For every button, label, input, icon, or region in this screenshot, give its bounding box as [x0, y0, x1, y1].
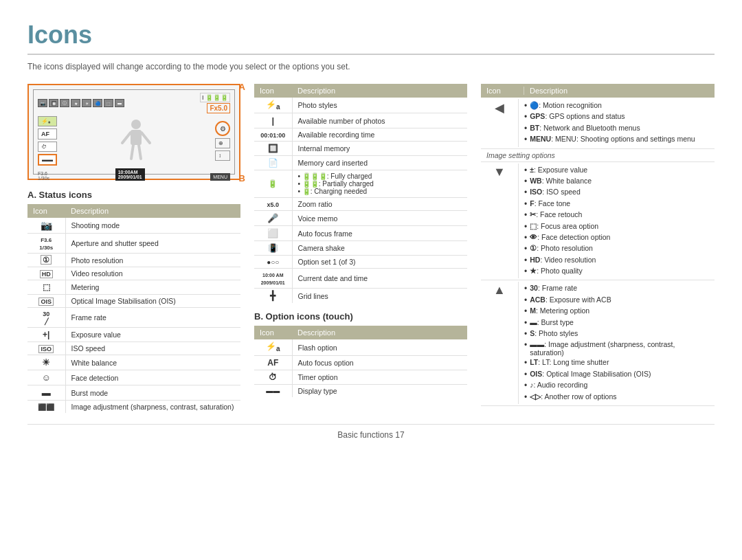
- table-row: ISOISO speed: [27, 342, 240, 355]
- right-row-arrow-up: ▲ •30: Frame rate•ACB: Exposure with ACB…: [481, 280, 715, 406]
- image-setting-label: Image setting options: [481, 149, 715, 162]
- table-row: ⚡aFlash option: [254, 339, 467, 355]
- table-row: 📷Shooting mode: [27, 218, 240, 234]
- table-row: 10:00 AM 2009/01/01Current date and time: [254, 269, 467, 289]
- page-footer: Basic functions 17: [27, 424, 715, 440]
- person-silhouette: [119, 119, 153, 164]
- status-icons-table: Icon Description 📷Shooting modeF3.6 1/30…: [27, 204, 240, 413]
- svg-line-3: [142, 133, 150, 143]
- table-row: ⬚Metering: [27, 280, 240, 295]
- list-item: •👁: Face detection option: [524, 232, 709, 243]
- status-col-icon: Icon: [27, 204, 65, 218]
- table-row: ▬Burst mode: [27, 385, 240, 401]
- table-row: OISOptical Image Stabilisation (OIS): [27, 295, 240, 308]
- center-col-desc: Description: [292, 84, 467, 98]
- list-item: •LT: LT: Long time shutter: [524, 357, 709, 368]
- table-row: ⚡aPhoto styles: [254, 98, 467, 113]
- arrow-left-icon: ◀: [481, 99, 519, 147]
- right-row-arrow-down: ▼ •±: Exposure value•WB: White balance•I…: [481, 162, 715, 281]
- arrow-up-desc: •30: Frame rate•ACB: Exposure with ACB•M…: [519, 282, 715, 404]
- page-title: Icons: [27, 21, 715, 55]
- list-item: •GPS: GPS options and status: [524, 111, 709, 122]
- right-table-header: Icon Description: [481, 84, 715, 98]
- table-row: 📄Memory card inserted: [254, 156, 467, 170]
- middle-column: Icon Description ⚡aPhoto styles|Availabl…: [254, 84, 467, 413]
- list-item: •±: Exposure value: [524, 165, 709, 176]
- svg-point-0: [131, 120, 141, 129]
- table-row: ☀White balance: [27, 355, 240, 370]
- table-row: F3.6 1/30sAperture and shutter speed: [27, 234, 240, 254]
- list-item: •▬▬: Image adjustment (sharpness, contra…: [524, 339, 709, 357]
- list-item: •S: Photo styles: [524, 328, 709, 339]
- table-row: 30 ╱Frame rate: [27, 308, 240, 328]
- table-row: ①Photo resolution: [27, 254, 240, 267]
- footer-text: Basic functions 17: [337, 430, 404, 440]
- table-row: ⬜Auto focus frame: [254, 226, 467, 241]
- table-row: +|Exposure value: [27, 328, 240, 342]
- label-b: B: [239, 173, 245, 183]
- table-row: ☺Face detection: [27, 370, 240, 385]
- table-row: ╋Grid lines: [254, 289, 467, 304]
- table-row: 🔲Internal memory: [254, 142, 467, 156]
- list-item: •✂: Face retouch: [524, 210, 709, 221]
- list-item: •⬚: Focus area option: [524, 221, 709, 232]
- list-item: •♪: Audio recording: [524, 380, 709, 391]
- arrow-down-desc: •±: Exposure value•WB: White balance•ISO…: [519, 164, 715, 279]
- status-icons-title: A. Status icons: [27, 190, 240, 200]
- svg-rect-1: [131, 130, 142, 145]
- page-subtitle: The icons displayed will change accordin…: [27, 62, 715, 71]
- table-row: 🎤Voice memo: [254, 211, 467, 226]
- option-icons-table: Icon Description ⚡aFlash optionAFAuto fo…: [254, 326, 467, 396]
- list-item: •HD: Video resolution: [524, 255, 709, 266]
- left-column: 📷 🔲 ⓘ ★ ☀ 🔵 ⬚ ▬ I 🔋🔋🔋 Fx5.0: [27, 84, 240, 413]
- list-item: •◁▷: Another row of options: [524, 392, 709, 403]
- list-item: •F: Face tone: [524, 199, 709, 210]
- right-column: Icon Description ◀ •🔵: Motion recognitio…: [481, 84, 715, 413]
- table-row: ▬▬Display type: [254, 384, 467, 397]
- right-row-arrow-left: ◀ •🔵: Motion recognition•GPS: GPS option…: [481, 98, 715, 149]
- table-row: AFAuto focus option: [254, 355, 467, 370]
- svg-line-4: [131, 145, 133, 159]
- camera-diagram: 📷 🔲 ⓘ ★ ☀ 🔵 ⬚ ▬ I 🔋🔋🔋 Fx5.0: [27, 84, 240, 180]
- table-row: ●○○Option set 1 (of 3): [254, 256, 467, 269]
- list-item: •ACB: Exposure with ACB: [524, 295, 709, 306]
- list-item: •ISO: ISO speed: [524, 187, 709, 198]
- list-item: •★: Photo quality: [524, 266, 709, 277]
- table-row: 00:01:00Available recording time: [254, 128, 467, 142]
- center-col-icon: Icon: [254, 84, 292, 98]
- table-row: HDVideo resolution: [27, 267, 240, 280]
- table-row: 🔋• 🔋🔋🔋: Fully charged• 🔋🔋: Partially cha…: [254, 170, 467, 198]
- center-icons-table: Icon Description ⚡aPhoto styles|Availabl…: [254, 84, 467, 303]
- label-a: A: [239, 82, 245, 92]
- list-item: •BT: Network and Bluetooth menus: [524, 123, 709, 134]
- list-item: •MENU: MENU: Shooting options and settin…: [524, 134, 709, 145]
- list-item: •▬: Burst type: [524, 317, 709, 328]
- list-item: •OIS: Optical Image Stabilisation (OIS): [524, 369, 709, 380]
- table-row: ⬛⬛Image adjustment (sharpness, contrast,…: [27, 401, 240, 414]
- arrow-up-icon: ▲: [481, 282, 519, 404]
- svg-line-5: [139, 145, 141, 159]
- list-item: •①: Photo resolution: [524, 243, 709, 254]
- list-item: •M: Metering option: [524, 306, 709, 317]
- table-row: x5.0Zoom ratio: [254, 198, 467, 211]
- svg-line-2: [122, 133, 131, 143]
- list-item: •🔵: Motion recognition: [524, 100, 709, 111]
- arrow-left-desc: •🔵: Motion recognition•GPS: GPS options …: [519, 99, 715, 147]
- option-col-icon: Icon: [254, 326, 292, 339]
- table-row: |Available number of photos: [254, 113, 467, 128]
- status-col-desc: Description: [65, 204, 240, 218]
- list-item: •30: Frame rate: [524, 283, 709, 294]
- table-row: 📳Camera shake: [254, 241, 467, 256]
- list-item: •WB: White balance: [524, 176, 709, 187]
- option-icons-title: B. Option icons (touch): [254, 311, 467, 322]
- table-row: ⏱Timer option: [254, 370, 467, 384]
- arrow-down-icon: ▼: [481, 164, 519, 279]
- option-col-desc: Description: [292, 326, 467, 339]
